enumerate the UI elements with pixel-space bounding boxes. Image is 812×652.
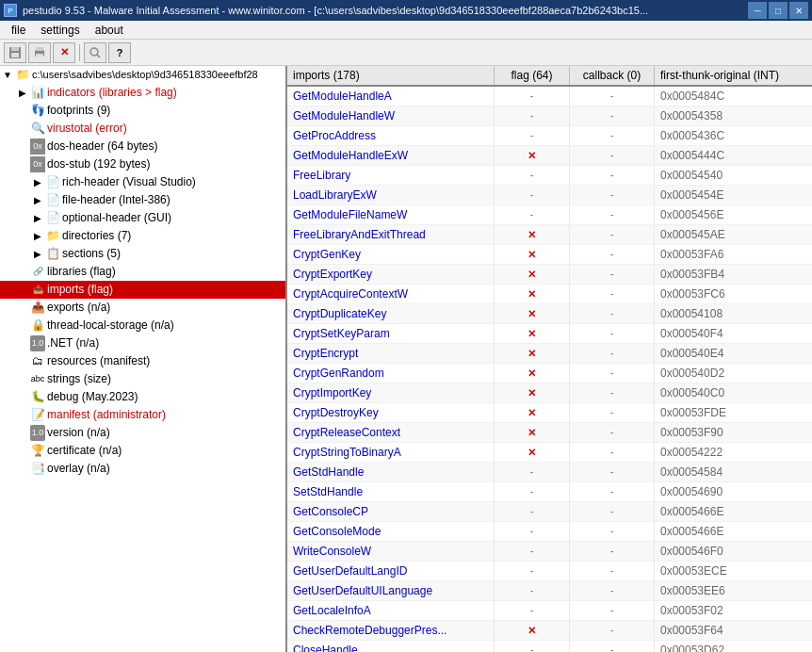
- col-header-name[interactable]: imports (178): [287, 66, 495, 85]
- help-button[interactable]: ?: [108, 42, 131, 63]
- table-row[interactable]: GetLocaleInfoA--0x00053F020x00053F02: [287, 601, 812, 621]
- col-header-fto[interactable]: first-thunk-original (INT): [655, 66, 812, 85]
- import-link[interactable]: CryptGenKey: [293, 248, 361, 261]
- import-link[interactable]: FreeLibrary: [293, 169, 350, 182]
- import-link[interactable]: GetConsoleMode: [293, 525, 381, 538]
- table-row[interactable]: GetModuleHandleExW✕-0x0005444C0x0005444C: [287, 146, 812, 166]
- tree-item-manifest[interactable]: 📝 manifest (administrator): [0, 406, 285, 424]
- import-link[interactable]: GetProcAddress: [293, 129, 376, 142]
- tree-item-indicators[interactable]: ▶ 📊 indicators (libraries > flag): [0, 84, 285, 102]
- tree-item-virustotal[interactable]: 🔍 virustotal (error): [0, 120, 285, 138]
- menu-about[interactable]: about: [88, 22, 131, 39]
- tree-item-dos-stub[interactable]: 0x dos-stub (192 bytes): [0, 155, 285, 173]
- table-row[interactable]: CryptEncrypt✕-0x000540E40x000540E4: [287, 344, 812, 364]
- tree-root[interactable]: ▼ 📁 c:\users\sadvibes\desktop\9d34651833…: [0, 66, 285, 84]
- cell-name[interactable]: GetModuleHandleA: [287, 87, 495, 106]
- cell-name[interactable]: CryptSetKeyParam: [287, 324, 495, 343]
- table-row[interactable]: CryptStringToBinaryA✕-0x000542220x000542…: [287, 443, 812, 463]
- table-row[interactable]: CloseHandle--0x00053D620x00053D62: [287, 641, 812, 652]
- cell-name[interactable]: GetConsoleCP: [287, 502, 495, 521]
- table-row[interactable]: WriteConsoleW--0x000546F00x000546F0: [287, 542, 812, 562]
- table-row[interactable]: CryptExportKey✕-0x00053FB40x00053FB4: [287, 265, 812, 285]
- table-row[interactable]: CryptGenRandom✕-0x000540D20x000540D2: [287, 364, 812, 383]
- cell-name[interactable]: FreeLibrary: [287, 166, 495, 185]
- cell-name[interactable]: GetLocaleInfoA: [287, 601, 495, 620]
- import-link[interactable]: GetLocaleInfoA: [293, 604, 371, 617]
- tree-item-certificate[interactable]: 🏆 certificate (n/a): [0, 442, 285, 460]
- import-link[interactable]: CryptSetKeyParam: [293, 327, 390, 340]
- import-link[interactable]: GetModuleHandleA: [293, 90, 392, 103]
- cell-name[interactable]: CloseHandle: [287, 641, 495, 652]
- import-link[interactable]: CryptAcquireContextW: [293, 287, 408, 301]
- cell-name[interactable]: CryptDuplicateKey: [287, 304, 495, 323]
- print-button[interactable]: [28, 42, 51, 63]
- menu-file[interactable]: file: [4, 22, 33, 39]
- rich-header-expander[interactable]: ▶: [30, 174, 45, 190]
- cell-name[interactable]: CryptGenRandom: [287, 364, 495, 383]
- import-link[interactable]: GetStdHandle: [293, 465, 364, 479]
- tree-item-dos-header[interactable]: 0x dos-header (64 bytes): [0, 138, 285, 155]
- import-link[interactable]: CheckRemoteDebuggerPres...: [293, 624, 447, 637]
- maximize-button[interactable]: □: [769, 2, 788, 19]
- import-link[interactable]: CryptDestroyKey: [293, 406, 379, 419]
- tree-item-strings[interactable]: abc strings (size): [0, 370, 285, 388]
- import-link[interactable]: SetStdHandle: [293, 485, 363, 498]
- table-row[interactable]: FreeLibrary--0x000545400x00054540: [287, 166, 812, 186]
- save-button[interactable]: [4, 42, 26, 63]
- table-row[interactable]: GetProcAddress--0x0005436C0x0005436C: [287, 126, 812, 146]
- import-link[interactable]: CryptStringToBinaryA: [293, 446, 401, 459]
- tree-item-footprints[interactable]: 👣 footprints (9): [0, 102, 285, 120]
- import-link[interactable]: CryptGenRandom: [293, 367, 384, 380]
- tree-item-exports[interactable]: 📤 exports (n/a): [0, 299, 285, 317]
- table-row[interactable]: CryptImportKey✕-0x000540C00x000540C0: [287, 383, 812, 403]
- cell-name[interactable]: CryptGenKey: [287, 245, 495, 264]
- table-row[interactable]: SetStdHandle--0x000546900x00054690: [287, 482, 812, 502]
- cell-name[interactable]: WriteConsoleW: [287, 542, 495, 561]
- col-header-callback[interactable]: callback (0): [570, 66, 655, 85]
- tree-item-libraries[interactable]: 🔗 libraries (flag): [0, 263, 285, 281]
- tree-item-directories[interactable]: ▶ 📁 directories (7): [0, 227, 285, 245]
- import-link[interactable]: CryptImportKey: [293, 386, 371, 399]
- sections-expander[interactable]: ▶: [30, 246, 45, 262]
- cell-name[interactable]: GetUserDefaultLangID: [287, 562, 495, 580]
- import-link[interactable]: GetModuleFileNameW: [293, 208, 407, 221]
- optional-header-expander[interactable]: ▶: [30, 210, 45, 226]
- cell-name[interactable]: CryptReleaseContext: [287, 423, 495, 442]
- table-row[interactable]: GetUserDefaultUILanguage--0x00053EE60x00…: [287, 581, 812, 601]
- table-row[interactable]: GetUserDefaultLangID--0x00053ECE0x00053E…: [287, 562, 812, 581]
- root-expander[interactable]: ▼: [0, 67, 15, 83]
- table-row[interactable]: GetModuleHandleW--0x000543580x00054484: [287, 106, 812, 126]
- cell-name[interactable]: GetModuleHandleExW: [287, 146, 495, 165]
- cell-name[interactable]: SetStdHandle: [287, 482, 495, 501]
- import-link[interactable]: CryptReleaseContext: [293, 426, 400, 439]
- table-row[interactable]: CryptSetKeyParam✕-0x000540F40x000540F4: [287, 324, 812, 344]
- cell-name[interactable]: FreeLibraryAndExitThread: [287, 225, 495, 244]
- table-row[interactable]: LoadLibraryExW--0x0005454E0x0005454E: [287, 186, 812, 205]
- import-link[interactable]: CloseHandle: [293, 644, 358, 652]
- table-row[interactable]: CheckRemoteDebuggerPres...✕-0x00053F640x…: [287, 621, 812, 641]
- cell-name[interactable]: CryptImportKey: [287, 383, 495, 402]
- indicators-expander[interactable]: ▶: [15, 85, 30, 101]
- cell-name[interactable]: CryptDestroyKey: [287, 403, 495, 422]
- tree-item-resources[interactable]: 🗂 resources (manifest): [0, 352, 285, 370]
- cell-name[interactable]: CryptEncrypt: [287, 344, 495, 363]
- tree-item-optional-header[interactable]: ▶ 📄 optional-header (GUI): [0, 209, 285, 227]
- import-link[interactable]: GetConsoleCP: [293, 505, 368, 518]
- import-link[interactable]: CryptEncrypt: [293, 347, 358, 360]
- menu-settings[interactable]: settings: [33, 22, 87, 39]
- import-link[interactable]: WriteConsoleW: [293, 545, 371, 558]
- table-row[interactable]: CryptReleaseContext✕-0x00053F900x00053F9…: [287, 423, 812, 443]
- minimize-button[interactable]: ─: [748, 2, 767, 19]
- import-link[interactable]: FreeLibraryAndExitThread: [293, 228, 426, 241]
- table-row[interactable]: CryptAcquireContextW✕-0x00053FC60x00053F…: [287, 285, 812, 304]
- cell-name[interactable]: CheckRemoteDebuggerPres...: [287, 621, 495, 640]
- import-link[interactable]: CryptExportKey: [293, 268, 372, 281]
- col-header-flag[interactable]: flag (64): [495, 66, 570, 85]
- tree-item-imports[interactable]: 📥 imports (flag): [0, 281, 285, 299]
- import-link[interactable]: GetUserDefaultUILanguage: [293, 584, 432, 597]
- tree-item-version[interactable]: 1.0 version (n/a): [0, 424, 285, 442]
- table-row[interactable]: GetConsoleMode--0x0005466E0x0005466E: [287, 522, 812, 542]
- tree-item-sections[interactable]: ▶ 📋 sections (5): [0, 245, 285, 263]
- cell-name[interactable]: GetModuleHandleW: [287, 106, 495, 125]
- import-link[interactable]: GetModuleHandleExW: [293, 149, 408, 162]
